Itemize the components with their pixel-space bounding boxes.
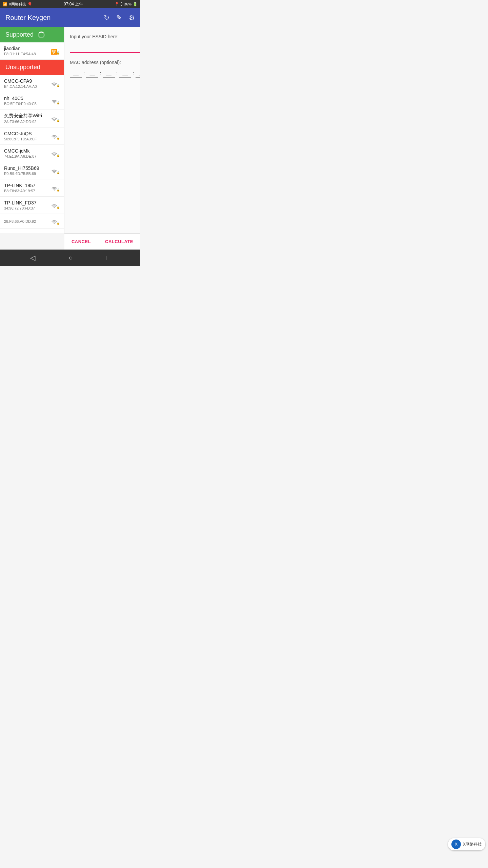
network-item-6[interactable]: TP-LINK_1957 B8:F8:83:A0:19:57 🔒 <box>0 179 64 197</box>
recents-button[interactable]: □ <box>106 254 110 262</box>
network-mac: 34:96:72:70:FD:37 <box>4 206 50 210</box>
network-list: Supported jiaodian F8:D1:11:E4:5A:48 🛜 🔒… <box>0 27 64 233</box>
network-item-supported-0[interactable]: jiaodian F8:D1:11:E4:5A:48 🛜 🔒 <box>0 42 64 60</box>
notification-icon: 🎈 <box>27 2 32 6</box>
wifi-lock-icon: 🔒 <box>50 201 60 209</box>
network-mac: 74:E1:9A:A6:DE:87 <box>4 154 50 158</box>
mac-sep-4: : <box>133 71 134 77</box>
mac-seg-5[interactable] <box>136 69 140 78</box>
location-icon: 📍 <box>115 2 119 6</box>
status-bar-right: 📍 ₿ 36% 🔋 <box>115 2 138 6</box>
network-ssid: jiaodian <box>4 46 50 51</box>
network-ssid: TP-LINK_1957 <box>4 183 50 188</box>
loading-spinner <box>38 32 45 38</box>
network-info: Runo_HI755B69 E0:B9:4D:75:5B:69 <box>4 165 50 176</box>
essid-label: Input your ESSID here: <box>70 34 140 39</box>
network-item-1[interactable]: nh_40C5 BC:5F:F6:E0:40:C5 🔒 <box>0 92 64 110</box>
network-info: nh_40C5 BC:5F:F6:E0:40:C5 <box>4 96 50 106</box>
network-mac: E0:B9:4D:75:5B:69 <box>4 172 50 176</box>
network-item-5[interactable]: Runo_HI755B69 E0:B9:4D:75:5B:69 🔒 <box>0 162 64 179</box>
wifi-lock-icon: 🔒 <box>50 80 60 87</box>
network-info: CMCC-JuQS 50:8C:F5:1D:A3:CF <box>4 131 50 141</box>
mac-seg-4[interactable] <box>119 69 131 78</box>
lock-symbol: 🔒 <box>56 51 60 55</box>
unsupported-label: Unsupported <box>5 64 40 71</box>
wifi-lock-icon: 🔒 <box>50 167 60 174</box>
network-mac: 50:8C:F5:1D:A3:CF <box>4 137 50 141</box>
status-bar-left: 📶 X网络科技 🎈 <box>3 2 32 7</box>
wifi-lock-icon: 🔒 <box>50 150 60 157</box>
network-info: 免费安全共享WiFi 2A:F3:66:A2:DD:92 <box>4 113 50 124</box>
network-ssid: 免费安全共享WiFi <box>4 113 50 119</box>
mac-seg-3[interactable] <box>103 69 115 78</box>
edit-button[interactable]: ✎ <box>116 14 122 22</box>
cancel-button[interactable]: CANCEL <box>69 236 94 247</box>
network-mac: 28:F3:66:A0:DD:92 <box>4 219 50 223</box>
lock-indicator: 🔒 <box>57 189 60 192</box>
back-button[interactable]: ◁ <box>30 254 35 262</box>
mac-input-row: : : : : : <box>70 69 140 78</box>
network-mac: BC:5F:F6:E0:40:C5 <box>4 102 50 106</box>
essid-input[interactable] <box>70 42 140 53</box>
app-title: Router Keygen <box>5 14 100 22</box>
wifi-lock-icon: 🛜 🔒 <box>50 47 60 55</box>
mac-sep-1: : <box>83 71 85 77</box>
network-ssid: CMCC-jcMk <box>4 148 50 154</box>
lock-indicator: 🔒 <box>57 137 60 140</box>
network-info: jiaodian F8:D1:11:E4:5A:48 <box>4 46 50 56</box>
wifi-lock-icon: 🔒 <box>50 97 60 104</box>
mac-seg-2[interactable] <box>86 69 98 78</box>
network-ssid: Runo_HI755B69 <box>4 165 50 171</box>
network-ssid: CMCC-JuQS <box>4 131 50 136</box>
lock-indicator: 🔒 <box>57 101 60 104</box>
mac-sep-3: : <box>116 71 118 77</box>
wifi-lock-icon: 🔒 <box>50 132 60 140</box>
battery-icon: 🔋 <box>133 2 138 6</box>
network-mac: F8:D1:11:E4:5A:48 <box>4 52 50 56</box>
battery-percent: 36% <box>124 2 131 6</box>
network-item-2[interactable]: 免费安全共享WiFi 2A:F3:66:A2:DD:92 🔒 <box>0 110 64 127</box>
home-button[interactable]: ○ <box>68 254 73 262</box>
lock-indicator: 🔒 <box>57 171 60 174</box>
unsupported-header: Unsupported <box>0 60 64 75</box>
input-panel: Input your ESSID here: MAC address (opti… <box>64 27 140 233</box>
wifi-lock-icon: 🔒 <box>50 115 60 122</box>
network-item-0[interactable]: CMCC-CPA9 E4:CA:12:14:AA:A0 🔒 <box>0 75 64 92</box>
network-ssid: nh_40C5 <box>4 96 50 101</box>
app-bar: Router Keygen ↻ ✎ ⚙ <box>0 8 140 27</box>
action-bar: CANCEL CALCULATE <box>64 233 140 250</box>
lock-indicator: 🔒 <box>57 154 60 157</box>
network-info: CMCC-jcMk 74:E1:9A:A6:DE:87 <box>4 148 50 158</box>
refresh-button[interactable]: ↻ <box>104 14 109 22</box>
wifi-lock-icon: 🔒 <box>50 217 60 225</box>
time-display: 07:04 上午 <box>64 1 83 7</box>
lock-indicator: 🔒 <box>57 119 60 122</box>
network-ssid: TP-LINK_FD37 <box>4 200 50 205</box>
app-name-status: X网络科技 <box>9 2 26 7</box>
nav-bar: ◁ ○ □ <box>0 250 140 266</box>
network-item-4[interactable]: CMCC-jcMk 74:E1:9A:A6:DE:87 🔒 <box>0 145 64 162</box>
bluetooth-icon: ₿ <box>121 2 123 6</box>
main-content: Supported jiaodian F8:D1:11:E4:5A:48 🛜 🔒… <box>0 27 140 233</box>
signal-icon: 📶 <box>3 2 7 6</box>
network-info: TP-LINK_1957 B8:F8:83:A0:19:57 <box>4 183 50 193</box>
network-info: TP-LINK_FD37 34:96:72:70:FD:37 <box>4 200 50 210</box>
lock-indicator: 🔒 <box>57 222 60 225</box>
network-item-8[interactable]: 28:F3:66:A0:DD:92 🔒 <box>0 214 64 229</box>
network-mac: E4:CA:12:14:AA:A0 <box>4 84 50 88</box>
status-bar: 📶 X网络科技 🎈 07:04 上午 📍 ₿ 36% 🔋 <box>0 0 140 8</box>
mac-seg-1[interactable] <box>70 69 82 78</box>
app-bar-actions: ↻ ✎ ⚙ <box>104 14 135 22</box>
supported-label: Supported <box>5 31 34 38</box>
network-mac: 2A:F3:66:A2:DD:92 <box>4 120 50 124</box>
network-mac: B8:F8:83:A0:19:57 <box>4 189 50 193</box>
calculate-button[interactable]: CALCULATE <box>102 236 136 247</box>
lock-indicator: 🔒 <box>57 206 60 209</box>
settings-button[interactable]: ⚙ <box>129 14 135 22</box>
mac-sep-2: : <box>100 71 101 77</box>
lock-indicator: 🔒 <box>57 84 60 87</box>
network-item-3[interactable]: CMCC-JuQS 50:8C:F5:1D:A3:CF 🔒 <box>0 127 64 145</box>
mac-label: MAC address (optional): <box>70 60 140 65</box>
supported-header: Supported <box>0 27 64 42</box>
network-item-7[interactable]: TP-LINK_FD37 34:96:72:70:FD:37 🔒 <box>0 197 64 214</box>
